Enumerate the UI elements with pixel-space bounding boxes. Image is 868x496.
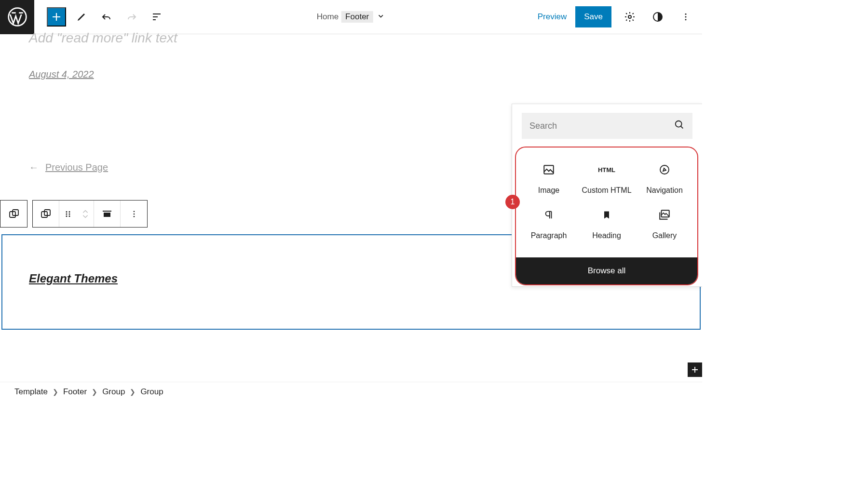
svg-point-17	[133, 211, 135, 212]
block-image[interactable]: Image	[520, 156, 578, 201]
save-button[interactable]: Save	[575, 6, 611, 27]
gallery-icon	[658, 208, 671, 222]
block-label: Image	[538, 186, 559, 195]
html-icon: HTML	[598, 163, 615, 176]
previous-page-link[interactable]: ← Previous Page	[29, 162, 108, 173]
block-label: Heading	[592, 231, 621, 240]
block-inserter-popover: 1 Image HTML Custom HTML Navigation Para…	[512, 104, 702, 287]
block-label: Custom HTML	[582, 186, 631, 195]
select-parent-icon[interactable]	[0, 201, 27, 227]
top-bar: Home Footer Preview Save	[0, 0, 702, 34]
align-icon[interactable]	[94, 201, 121, 227]
block-custom-html[interactable]: HTML Custom HTML	[578, 156, 636, 201]
toolbar-left-group	[47, 7, 166, 27]
nav-home-text: Home	[317, 12, 339, 22]
svg-point-3	[685, 13, 687, 15]
svg-point-12	[66, 213, 68, 214]
svg-point-4	[685, 16, 687, 18]
compass-icon	[659, 163, 670, 176]
redo-icon[interactable]	[122, 7, 141, 27]
post-date[interactable]: August 4, 2022	[29, 69, 692, 80]
annotation-highlight: Image HTML Custom HTML Navigation Paragr…	[515, 147, 698, 285]
block-navigation[interactable]: Navigation	[636, 156, 693, 201]
chevron-right-icon: ❯	[53, 388, 58, 396]
breadcrumb-item[interactable]: Template	[14, 387, 48, 397]
search-icon[interactable]	[674, 120, 685, 132]
toolbar-right-group: Preview Save	[538, 6, 695, 27]
arrow-left-icon: ←	[29, 162, 39, 173]
block-heading[interactable]: Heading	[578, 201, 636, 247]
list-view-icon[interactable]	[147, 7, 166, 27]
move-up-down-icon[interactable]	[77, 201, 94, 227]
nav-footer-tag: Footer	[341, 11, 373, 23]
svg-point-14	[66, 215, 68, 217]
svg-rect-16	[104, 213, 110, 217]
search-input[interactable]	[529, 121, 674, 131]
template-navigation[interactable]: Home Footer	[317, 11, 386, 23]
preview-link[interactable]: Preview	[538, 12, 567, 22]
svg-point-20	[676, 121, 682, 127]
bookmark-icon	[602, 208, 611, 222]
chevron-right-icon: ❯	[130, 388, 136, 396]
block-gallery[interactable]: Gallery	[636, 201, 693, 247]
svg-point-11	[69, 211, 70, 213]
image-icon	[542, 163, 555, 176]
block-paragraph[interactable]: Paragraph	[520, 201, 578, 247]
svg-rect-21	[544, 165, 554, 174]
svg-point-1	[628, 15, 631, 18]
svg-point-19	[133, 215, 135, 217]
svg-point-13	[69, 213, 70, 214]
edit-tool-icon[interactable]	[72, 7, 91, 27]
more-options-icon[interactable]	[676, 7, 695, 27]
svg-point-5	[685, 19, 687, 20]
svg-point-22	[660, 165, 669, 174]
add-block-button[interactable]	[688, 362, 702, 377]
styles-circle-icon[interactable]	[648, 7, 667, 27]
settings-gear-icon[interactable]	[620, 7, 639, 27]
paragraph-icon	[543, 208, 554, 222]
breadcrumb-item[interactable]: Footer	[63, 387, 87, 397]
annotation-badge: 1	[505, 195, 520, 209]
inserter-search-row	[522, 113, 692, 139]
block-more-icon[interactable]	[121, 201, 147, 227]
breadcrumb: Template ❯ Footer ❯ Group ❯ Group	[0, 382, 702, 401]
breadcrumb-item[interactable]: Group	[140, 387, 163, 397]
block-inserter-button[interactable]	[47, 7, 66, 27]
group-block-icon[interactable]	[33, 201, 59, 227]
svg-point-15	[69, 215, 70, 217]
undo-icon[interactable]	[97, 7, 116, 27]
wordpress-logo[interactable]	[0, 0, 34, 34]
block-grid: Image HTML Custom HTML Navigation Paragr…	[516, 147, 697, 257]
block-label: Gallery	[652, 231, 677, 240]
breadcrumb-item[interactable]: Group	[102, 387, 125, 397]
readmore-placeholder[interactable]: Add "read more" link text	[29, 30, 692, 46]
svg-point-18	[133, 213, 135, 214]
drag-handle-icon[interactable]	[59, 201, 77, 227]
chevron-down-icon[interactable]	[376, 11, 385, 23]
svg-point-10	[66, 211, 68, 213]
browse-all-button[interactable]: Browse all	[516, 257, 697, 284]
previous-page-label: Previous Page	[45, 162, 108, 173]
block-label: Paragraph	[531, 231, 567, 240]
block-label: Navigation	[646, 186, 683, 195]
chevron-right-icon: ❯	[92, 388, 97, 396]
